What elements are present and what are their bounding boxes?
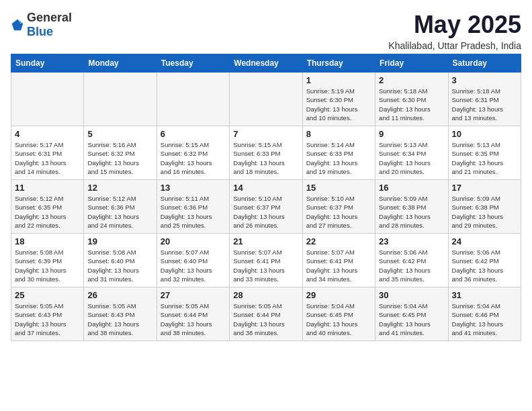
calendar-day-cell: 18Sunrise: 5:08 AM Sunset: 6:39 PM Dayli… xyxy=(11,234,84,287)
calendar-day-cell: 22Sunrise: 5:07 AM Sunset: 6:41 PM Dayli… xyxy=(302,234,375,287)
calendar-table: SundayMondayTuesdayWednesdayThursdayFrid… xyxy=(11,54,521,341)
day-info: Sunrise: 5:12 AM Sunset: 6:35 PM Dayligh… xyxy=(15,194,80,230)
calendar-week-row: 4Sunrise: 5:17 AM Sunset: 6:31 PM Daylig… xyxy=(11,126,521,180)
calendar-day-cell: 16Sunrise: 5:09 AM Sunset: 6:38 PM Dayli… xyxy=(375,180,448,234)
calendar-day-cell: 24Sunrise: 5:06 AM Sunset: 6:42 PM Dayli… xyxy=(448,234,521,287)
day-number: 30 xyxy=(379,290,444,300)
calendar-day-cell: 9Sunrise: 5:13 AM Sunset: 6:34 PM Daylig… xyxy=(375,126,448,180)
weekday-header-cell: Sunday xyxy=(11,54,84,73)
calendar-week-row: 11Sunrise: 5:12 AM Sunset: 6:35 PM Dayli… xyxy=(11,180,521,234)
calendar-day-cell: 13Sunrise: 5:11 AM Sunset: 6:36 PM Dayli… xyxy=(157,180,229,234)
calendar-day-cell: 30Sunrise: 5:04 AM Sunset: 6:45 PM Dayli… xyxy=(375,287,448,341)
day-info: Sunrise: 5:05 AM Sunset: 6:44 PM Dayligh… xyxy=(233,302,298,337)
day-info: Sunrise: 5:08 AM Sunset: 6:40 PM Dayligh… xyxy=(87,248,152,283)
calendar-day-cell: 23Sunrise: 5:06 AM Sunset: 6:42 PM Dayli… xyxy=(375,234,448,287)
calendar-day-cell: 2Sunrise: 5:18 AM Sunset: 6:30 PM Daylig… xyxy=(375,73,448,126)
page-header: General Blue May 2025 Khalilabad, Uttar … xyxy=(11,11,521,51)
calendar-day-cell: 14Sunrise: 5:10 AM Sunset: 6:37 PM Dayli… xyxy=(230,180,302,234)
day-info: Sunrise: 5:19 AM Sunset: 6:30 PM Dayligh… xyxy=(306,87,371,122)
day-info: Sunrise: 5:15 AM Sunset: 6:32 PM Dayligh… xyxy=(161,140,226,176)
calendar-day-cell xyxy=(230,73,302,126)
day-number: 10 xyxy=(452,129,517,139)
weekday-header-cell: Tuesday xyxy=(157,54,229,73)
day-info: Sunrise: 5:04 AM Sunset: 6:45 PM Dayligh… xyxy=(306,302,371,337)
calendar-day-cell: 12Sunrise: 5:12 AM Sunset: 6:36 PM Dayli… xyxy=(84,180,157,234)
calendar-week-row: 25Sunrise: 5:05 AM Sunset: 6:43 PM Dayli… xyxy=(11,287,521,341)
svg-marker-0 xyxy=(12,19,24,31)
calendar-day-cell: 11Sunrise: 5:12 AM Sunset: 6:35 PM Dayli… xyxy=(11,180,84,234)
calendar-day-cell: 31Sunrise: 5:04 AM Sunset: 6:46 PM Dayli… xyxy=(448,287,521,341)
day-info: Sunrise: 5:13 AM Sunset: 6:35 PM Dayligh… xyxy=(452,140,517,176)
day-info: Sunrise: 5:14 AM Sunset: 6:33 PM Dayligh… xyxy=(306,140,371,176)
calendar-day-cell: 28Sunrise: 5:05 AM Sunset: 6:44 PM Dayli… xyxy=(230,287,302,341)
logo: General Blue xyxy=(11,11,72,39)
day-info: Sunrise: 5:10 AM Sunset: 6:37 PM Dayligh… xyxy=(306,194,371,230)
day-number: 21 xyxy=(233,236,298,246)
day-number: 27 xyxy=(161,290,226,300)
day-info: Sunrise: 5:10 AM Sunset: 6:37 PM Dayligh… xyxy=(233,194,298,230)
calendar-week-row: 18Sunrise: 5:08 AM Sunset: 6:39 PM Dayli… xyxy=(11,234,521,287)
calendar-day-cell: 26Sunrise: 5:05 AM Sunset: 6:43 PM Dayli… xyxy=(84,287,157,341)
day-info: Sunrise: 5:11 AM Sunset: 6:36 PM Dayligh… xyxy=(161,194,226,230)
day-info: Sunrise: 5:18 AM Sunset: 6:31 PM Dayligh… xyxy=(452,87,517,122)
day-number: 15 xyxy=(306,183,371,193)
calendar-day-cell: 3Sunrise: 5:18 AM Sunset: 6:31 PM Daylig… xyxy=(448,73,521,126)
day-number: 28 xyxy=(233,290,298,300)
weekday-header-cell: Thursday xyxy=(302,54,375,73)
weekday-header-cell: Friday xyxy=(375,54,448,73)
day-info: Sunrise: 5:09 AM Sunset: 6:38 PM Dayligh… xyxy=(452,194,517,230)
day-number: 11 xyxy=(15,183,80,193)
calendar-day-cell: 20Sunrise: 5:07 AM Sunset: 6:40 PM Dayli… xyxy=(157,234,229,287)
day-number: 16 xyxy=(379,183,444,193)
day-info: Sunrise: 5:09 AM Sunset: 6:38 PM Dayligh… xyxy=(379,194,444,230)
calendar-day-cell: 1Sunrise: 5:19 AM Sunset: 6:30 PM Daylig… xyxy=(302,73,375,126)
day-info: Sunrise: 5:06 AM Sunset: 6:42 PM Dayligh… xyxy=(379,248,444,283)
day-info: Sunrise: 5:07 AM Sunset: 6:41 PM Dayligh… xyxy=(233,248,298,283)
logo-blue-text: Blue xyxy=(27,25,53,38)
day-info: Sunrise: 5:15 AM Sunset: 6:33 PM Dayligh… xyxy=(233,140,298,176)
day-info: Sunrise: 5:05 AM Sunset: 6:44 PM Dayligh… xyxy=(161,302,226,337)
day-number: 7 xyxy=(233,129,298,139)
day-number: 26 xyxy=(87,290,152,300)
day-number: 20 xyxy=(161,236,226,246)
day-number: 25 xyxy=(15,290,80,300)
calendar-day-cell xyxy=(11,73,84,126)
logo-general-text: General xyxy=(27,11,72,24)
calendar-day-cell: 7Sunrise: 5:15 AM Sunset: 6:33 PM Daylig… xyxy=(230,126,302,180)
calendar-day-cell: 8Sunrise: 5:14 AM Sunset: 6:33 PM Daylig… xyxy=(302,126,375,180)
day-number: 2 xyxy=(379,75,444,85)
weekday-header-cell: Wednesday xyxy=(230,54,302,73)
day-info: Sunrise: 5:04 AM Sunset: 6:46 PM Dayligh… xyxy=(452,302,517,337)
calendar-day-cell: 10Sunrise: 5:13 AM Sunset: 6:35 PM Dayli… xyxy=(448,126,521,180)
day-number: 1 xyxy=(306,75,371,85)
day-info: Sunrise: 5:06 AM Sunset: 6:42 PM Dayligh… xyxy=(452,248,517,283)
day-info: Sunrise: 5:12 AM Sunset: 6:36 PM Dayligh… xyxy=(87,194,152,230)
day-info: Sunrise: 5:07 AM Sunset: 6:40 PM Dayligh… xyxy=(161,248,226,283)
day-number: 6 xyxy=(161,129,226,139)
day-number: 12 xyxy=(87,183,152,193)
day-info: Sunrise: 5:05 AM Sunset: 6:43 PM Dayligh… xyxy=(87,302,152,337)
calendar-week-row: 1Sunrise: 5:19 AM Sunset: 6:30 PM Daylig… xyxy=(11,73,521,126)
calendar-day-cell: 19Sunrise: 5:08 AM Sunset: 6:40 PM Dayli… xyxy=(84,234,157,287)
day-number: 23 xyxy=(379,236,444,246)
day-number: 4 xyxy=(15,129,80,139)
calendar-day-cell: 27Sunrise: 5:05 AM Sunset: 6:44 PM Dayli… xyxy=(157,287,229,341)
calendar-day-cell xyxy=(84,73,157,126)
calendar-day-cell: 21Sunrise: 5:07 AM Sunset: 6:41 PM Dayli… xyxy=(230,234,302,287)
calendar-day-cell: 4Sunrise: 5:17 AM Sunset: 6:31 PM Daylig… xyxy=(11,126,84,180)
calendar-day-cell: 15Sunrise: 5:10 AM Sunset: 6:37 PM Dayli… xyxy=(302,180,375,234)
day-number: 17 xyxy=(452,183,517,193)
day-info: Sunrise: 5:05 AM Sunset: 6:43 PM Dayligh… xyxy=(15,302,80,337)
day-info: Sunrise: 5:04 AM Sunset: 6:45 PM Dayligh… xyxy=(379,302,444,337)
calendar-day-cell: 5Sunrise: 5:16 AM Sunset: 6:32 PM Daylig… xyxy=(84,126,157,180)
day-number: 14 xyxy=(233,183,298,193)
day-info: Sunrise: 5:07 AM Sunset: 6:41 PM Dayligh… xyxy=(306,248,371,283)
title-block: May 2025 Khalilabad, Uttar Pradesh, Indi… xyxy=(388,11,521,51)
weekday-header-cell: Monday xyxy=(84,54,157,73)
day-info: Sunrise: 5:18 AM Sunset: 6:30 PM Dayligh… xyxy=(379,87,444,122)
day-number: 19 xyxy=(87,236,152,246)
day-info: Sunrise: 5:13 AM Sunset: 6:34 PM Dayligh… xyxy=(379,140,444,176)
calendar-day-cell: 29Sunrise: 5:04 AM Sunset: 6:45 PM Dayli… xyxy=(302,287,375,341)
day-number: 9 xyxy=(379,129,444,139)
day-info: Sunrise: 5:16 AM Sunset: 6:32 PM Dayligh… xyxy=(87,140,152,176)
